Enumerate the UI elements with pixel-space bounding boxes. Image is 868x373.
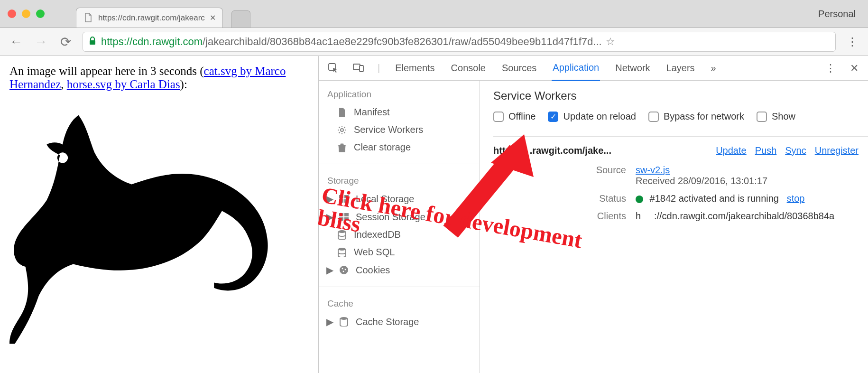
close-window-icon[interactable] bbox=[8, 9, 16, 18]
svg-rect-10 bbox=[344, 213, 349, 216]
minimize-window-icon[interactable] bbox=[22, 9, 30, 18]
forward-button: → bbox=[33, 34, 48, 49]
svg-point-18 bbox=[343, 271, 344, 272]
tab-bar: https://cdn.rawgit.com/jakearc ✕ Persona… bbox=[0, 0, 868, 28]
intro-sep: , bbox=[61, 78, 67, 91]
svg-rect-11 bbox=[339, 217, 343, 221]
menu-button[interactable]: ⋮ bbox=[845, 35, 859, 48]
sw-actions: Update Push Sync Unregister bbox=[716, 145, 859, 156]
database-icon bbox=[337, 230, 347, 240]
check-bypass[interactable]: Bypass for network bbox=[648, 111, 744, 122]
bookmark-icon[interactable]: ☆ bbox=[606, 36, 615, 48]
svg-point-19 bbox=[340, 317, 348, 320]
storage-icon bbox=[339, 212, 349, 222]
page-intro: An image will appear here in 3 seconds (… bbox=[9, 65, 309, 91]
sidebar-label: Cookies bbox=[356, 265, 390, 276]
svg-rect-5 bbox=[339, 195, 343, 198]
horse-image bbox=[9, 94, 309, 363]
sw-action-update[interactable]: Update bbox=[716, 145, 747, 156]
tab-sources[interactable]: Sources bbox=[501, 56, 537, 80]
intro-text: An image will appear here in 3 seconds ( bbox=[9, 65, 204, 77]
sidebar-item-indexeddb[interactable]: IndexedDB bbox=[319, 226, 480, 243]
browser-chrome: https://cdn.rawgit.com/jakearc ✕ Persona… bbox=[0, 0, 868, 56]
sw-received: Received 28/09/2016, 13:01:17 bbox=[636, 176, 767, 186]
tab-console[interactable]: Console bbox=[450, 56, 487, 80]
devtools-body: Application Manifest Service Workers Cle… bbox=[319, 81, 868, 373]
chevron-right-icon[interactable]: ▶ bbox=[326, 264, 332, 276]
close-tab-icon[interactable]: ✕ bbox=[210, 13, 216, 22]
checkbox-icon[interactable] bbox=[493, 112, 504, 122]
sidebar-label: Web SQL bbox=[354, 247, 395, 258]
reload-button[interactable]: ⟳ bbox=[58, 34, 73, 50]
label-clients: Clients bbox=[560, 211, 626, 222]
sw-action-sync[interactable]: Sync bbox=[785, 145, 806, 156]
svg-rect-8 bbox=[344, 199, 349, 203]
svg-rect-9 bbox=[339, 213, 343, 216]
sw-action-unregister[interactable]: Unregister bbox=[815, 145, 859, 156]
link-horse[interactable]: horse.svg by Carla Dias bbox=[67, 78, 180, 91]
page-icon bbox=[83, 13, 93, 23]
trash-icon bbox=[337, 142, 347, 153]
devtools-close-icon[interactable]: ✕ bbox=[850, 62, 859, 75]
address-bar[interactable]: https ://cdn.rawgit.com /jakearchibald/8… bbox=[83, 32, 836, 52]
sidebar-item-cookies[interactable]: ▶ Cookies bbox=[319, 261, 480, 279]
tab-application[interactable]: Application bbox=[552, 56, 600, 81]
svg-rect-7 bbox=[339, 199, 343, 203]
sidebar-item-local-storage[interactable]: ▶ Local Storage bbox=[319, 190, 480, 208]
sw-action-push[interactable]: Push bbox=[755, 145, 777, 156]
label-source: Source bbox=[560, 165, 626, 186]
storage-icon bbox=[339, 194, 349, 204]
svg-rect-0 bbox=[90, 40, 95, 45]
checkbox-icon[interactable] bbox=[757, 112, 767, 122]
sidebar-item-session-storage[interactable]: ▶ Session Storage bbox=[319, 208, 480, 226]
svg-rect-2 bbox=[353, 64, 360, 70]
tab-layers[interactable]: Layers bbox=[665, 56, 696, 80]
new-tab-button[interactable] bbox=[231, 10, 250, 28]
tab-title: https://cdn.rawgit.com/jakearc bbox=[98, 13, 205, 23]
chevron-right-icon[interactable]: ▶ bbox=[326, 316, 332, 327]
check-label: Bypass for network bbox=[664, 111, 744, 122]
database-icon bbox=[337, 247, 347, 258]
profile-label[interactable]: Personal bbox=[818, 9, 856, 19]
chevron-right-icon[interactable]: ▶ bbox=[326, 211, 332, 223]
check-offline[interactable]: Offline bbox=[493, 111, 536, 122]
inspect-element-icon[interactable] bbox=[328, 63, 339, 74]
maximize-window-icon[interactable] bbox=[36, 9, 45, 18]
check-update-on-reload[interactable]: ✓ Update on reload bbox=[548, 111, 636, 122]
sidebar-item-manifest[interactable]: Manifest bbox=[319, 103, 480, 121]
sidebar-head-cache: Cache bbox=[319, 295, 480, 313]
content-area: An image will appear here in 3 seconds (… bbox=[0, 56, 868, 373]
sw-source-link[interactable]: sw-v2.js bbox=[636, 165, 670, 175]
sw-clients: h ://cdn.rawgit.com/jakearchibald/80368b… bbox=[636, 211, 868, 222]
checkbox-checked-icon[interactable]: ✓ bbox=[548, 112, 558, 122]
back-button[interactable]: ← bbox=[9, 34, 24, 49]
sw-checks: Offline ✓ Update on reload Bypass for ne… bbox=[493, 111, 868, 122]
chevron-right-icon[interactable]: ▶ bbox=[326, 193, 332, 205]
check-label: Show bbox=[772, 111, 795, 122]
devtools-sidebar: Application Manifest Service Workers Cle… bbox=[319, 81, 480, 373]
checkbox-icon[interactable] bbox=[648, 112, 659, 122]
intro-suffix: ): bbox=[180, 78, 187, 91]
sidebar-item-websql[interactable]: Web SQL bbox=[319, 243, 480, 261]
tab-network[interactable]: Network bbox=[614, 56, 651, 80]
devtools: | Elements Console Sources Application N… bbox=[319, 56, 868, 373]
url-host: ://cdn.rawgit.com bbox=[124, 36, 203, 48]
device-toolbar-icon[interactable] bbox=[353, 63, 363, 74]
status-dot-icon bbox=[636, 196, 643, 203]
sidebar-label: IndexedDB bbox=[354, 229, 401, 240]
sidebar-item-cache-storage[interactable]: ▶ Cache Storage bbox=[319, 313, 480, 331]
cookie-icon bbox=[339, 265, 349, 275]
tab-elements[interactable]: Elements bbox=[394, 56, 435, 80]
sidebar-item-clear-storage[interactable]: Clear storage bbox=[319, 139, 480, 156]
devtools-menu-icon[interactable]: ⋮ bbox=[825, 62, 836, 75]
sidebar-label: Cache Storage bbox=[356, 317, 419, 327]
manifest-icon bbox=[337, 107, 347, 118]
browser-tab[interactable]: https://cdn.rawgit.com/jakearc ✕ bbox=[76, 8, 223, 28]
svg-point-13 bbox=[338, 230, 346, 233]
tab-overflow-icon[interactable]: » bbox=[710, 56, 717, 80]
check-show-all[interactable]: Show bbox=[757, 111, 795, 122]
sw-stop-link[interactable]: stop bbox=[787, 193, 805, 204]
svg-rect-12 bbox=[344, 217, 349, 221]
rendered-page: An image will appear here in 3 seconds (… bbox=[0, 56, 319, 373]
sidebar-item-service-workers[interactable]: Service Workers bbox=[319, 121, 480, 139]
